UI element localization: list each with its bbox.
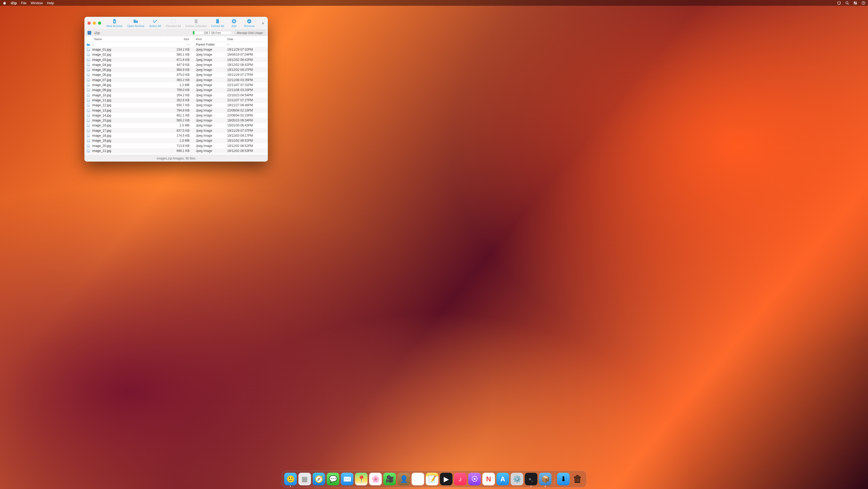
svg-rect-26 — [87, 58, 90, 61]
dock-trash[interactable]: 🗑 — [571, 473, 584, 485]
add-button[interactable]: Add — [229, 19, 239, 28]
menu-window[interactable]: Window — [31, 1, 43, 5]
clock-icon[interactable] — [862, 1, 865, 5]
dock-finder[interactable]: 🙂 — [284, 473, 297, 485]
file-size: 699.1 KB — [162, 149, 193, 153]
svg-rect-42 — [87, 98, 90, 102]
file-date: 15/01/30 06:43PM — [225, 123, 268, 127]
file-row[interactable]: image_15.jpg565.2 KBJpeg Image19/05/15 0… — [84, 118, 268, 123]
file-row[interactable]: image_10.jpg204.2 KBJpeg Image22/10/23 0… — [84, 93, 268, 97]
parent-folder-row[interactable]: ..--Parent Folder-- — [84, 42, 268, 47]
dock-terminal[interactable]: >_ — [525, 473, 537, 485]
image-file-icon — [84, 119, 92, 122]
file-row[interactable]: image_18.jpg174.5 KBJpeg Image19/12/03 0… — [84, 133, 268, 138]
file-size: 447.9 KB — [162, 63, 193, 67]
file-date: 22/09/04 02:15PM — [225, 109, 268, 112]
new-archive-button[interactable]: New Archive — [106, 19, 122, 28]
col-date[interactable]: Date — [225, 36, 268, 42]
remove-icon — [247, 19, 252, 24]
file-row[interactable]: image_08.jpg1.2 MBJpeg Image22/11/07 07:… — [84, 82, 268, 87]
dock-tv[interactable]: ▶ — [440, 473, 453, 485]
file-row[interactable]: image_14.jpg651.1 KBJpeg Image22/09/04 0… — [84, 113, 268, 118]
svg-point-25 — [88, 54, 88, 54]
dock-messages[interactable]: 💬 — [327, 473, 339, 485]
file-row[interactable]: image_16.jpg2.5 MBJpeg Image15/01/30 06:… — [84, 123, 268, 128]
toolbar-overflow-button[interactable]: » — [261, 21, 265, 25]
file-kind: Jpeg Image — [193, 93, 225, 97]
svg-rect-14 — [233, 21, 235, 22]
file-row[interactable]: image_01.jpg234.2 KBJpeg Image19/11/29 0… — [84, 47, 268, 52]
file-row[interactable]: image_07.jpg383.2 KBJpeg Image22/11/06 0… — [84, 77, 268, 82]
svg-point-53 — [88, 125, 88, 125]
dock-appstore[interactable]: A — [497, 473, 509, 485]
extract-all-button[interactable]: Extract All — [211, 19, 224, 28]
col-kind[interactable]: Kind — [193, 36, 225, 42]
status-text: images.zip:/images, 90 files — [157, 156, 195, 160]
dock-reminders[interactable]: ☰ — [412, 473, 424, 485]
dock-news[interactable]: N — [483, 473, 495, 485]
file-row[interactable]: image_02.jpg580.1 KBJpeg Image18/04/19 0… — [84, 52, 268, 57]
svg-rect-10 — [114, 21, 115, 22]
file-row[interactable]: image_21.jpg699.1 KBJpeg Image19/12/02 0… — [84, 148, 268, 153]
dock-izip[interactable]: 📦 — [539, 473, 552, 485]
dock-music[interactable]: ♪ — [454, 473, 467, 485]
file-name: image_08.jpg — [92, 83, 162, 87]
file-row[interactable]: image_06.jpg475.0 KBJpeg Image19/11/29 0… — [84, 73, 268, 77]
spotlight-icon[interactable] — [845, 1, 849, 5]
screen-mirror-icon[interactable] — [837, 1, 841, 5]
file-row[interactable]: image_19.jpg1.0 MBJpeg Image19/12/02 08:… — [84, 138, 268, 143]
dock-safari[interactable]: 🧭 — [313, 473, 325, 485]
apple-menu-icon[interactable] — [3, 1, 6, 5]
remove-button[interactable]: Remove — [244, 19, 255, 28]
file-row[interactable]: image_04.jpg447.9 KBJpeg Image19/12/02 0… — [84, 62, 268, 67]
dock-contacts[interactable]: 👤 — [398, 473, 410, 485]
file-size: 709.0 KB — [162, 88, 193, 92]
minimize-button[interactable] — [93, 22, 96, 25]
dock-facetime[interactable]: 🎥 — [383, 473, 396, 485]
svg-rect-40 — [87, 94, 90, 97]
dock-maps[interactable]: 📍 — [355, 473, 368, 485]
menu-help[interactable]: Help — [47, 1, 54, 5]
file-kind: Jpeg Image — [193, 48, 225, 51]
file-kind: Jpeg Image — [193, 129, 225, 133]
dock-settings[interactable]: ⚙️ — [511, 473, 523, 485]
open-archive-button[interactable]: Open Archive — [127, 19, 145, 28]
image-file-icon — [84, 149, 92, 153]
dock-mail[interactable]: ✉️ — [341, 473, 353, 485]
menubar-app-name[interactable]: iZip — [11, 1, 17, 5]
image-file-icon — [84, 103, 92, 107]
file-date: 22/11/06 03:33PM — [225, 88, 268, 92]
select-all-button[interactable]: Select All — [149, 19, 161, 28]
file-row[interactable]: image_09.jpg709.0 KBJpeg Image22/11/06 0… — [84, 88, 268, 93]
file-row[interactable]: image_20.jpg713.9 KBJpeg Image19/12/02 0… — [84, 143, 268, 148]
file-row[interactable]: image_03.jpg671.6 KBJpeg Image19/12/02 0… — [84, 57, 268, 62]
file-kind: Jpeg Image — [193, 63, 225, 67]
file-list[interactable]: ..--Parent Folder--image_01.jpg234.2 KBJ… — [84, 42, 268, 155]
dock-podcasts[interactable]: ⦿ — [468, 473, 481, 485]
col-name[interactable]: Name — [84, 36, 162, 42]
image-file-icon — [84, 88, 92, 92]
file-row[interactable]: image_17.jpg837.5 KBJpeg Image19/11/29 0… — [84, 128, 268, 133]
dock-downloads[interactable]: ⬇ — [557, 473, 570, 485]
image-file-icon — [84, 114, 92, 117]
menu-file[interactable]: File — [21, 1, 27, 5]
file-row[interactable]: image_12.jpg930.7 KBJpeg Image19/11/27 0… — [84, 103, 268, 108]
dock-launchpad[interactable]: ▦ — [299, 473, 311, 485]
image-file-icon — [84, 73, 92, 77]
file-row[interactable]: image_11.jpg262.6 KBJpeg Image22/11/07 0… — [84, 97, 268, 103]
disk-usage-bar: 238.7 GB Free — [193, 31, 232, 35]
manage-disk-usage-button[interactable]: Manage Disk Usage — [235, 30, 265, 35]
col-size[interactable]: Size — [162, 36, 193, 42]
file-row[interactable]: image_13.jpg794.8 KBJpeg Image22/09/04 0… — [84, 108, 268, 113]
close-button[interactable] — [88, 22, 91, 25]
file-size: -- — [162, 43, 193, 47]
svg-point-31 — [88, 69, 88, 69]
maximize-button[interactable] — [98, 22, 101, 25]
control-center-icon[interactable] — [853, 1, 857, 5]
file-size: 204.2 KB — [162, 93, 193, 97]
file-kind: Jpeg Image — [193, 83, 225, 87]
dock-notes[interactable]: 📝 — [426, 473, 438, 485]
file-row[interactable]: image_05.jpg984.9 KBJpeg Image19/12/02 0… — [84, 67, 268, 72]
file-kind: Jpeg Image — [193, 109, 225, 112]
dock-photos[interactable]: 🌸 — [369, 473, 382, 485]
